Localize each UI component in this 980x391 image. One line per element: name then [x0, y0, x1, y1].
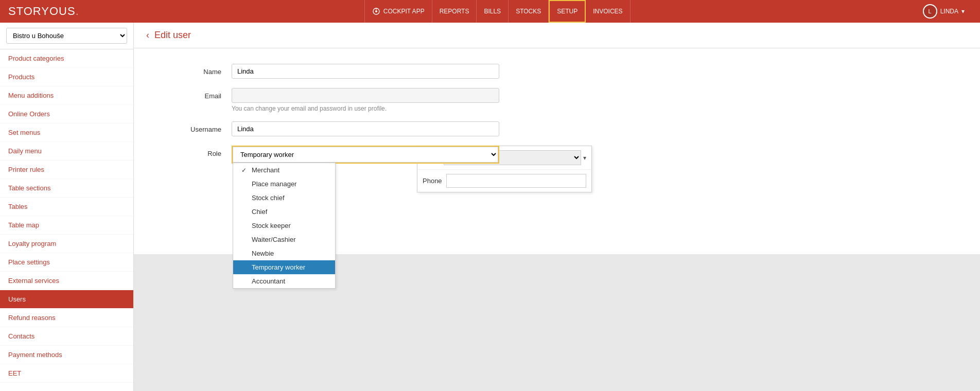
sidebar-item-menu-additions[interactable]: Menu additions: [0, 86, 133, 105]
role-field-wrapper: Merchant Place manager Stock chief Chief…: [232, 146, 499, 164]
username-label: Username: [175, 121, 232, 133]
sidebar-item-refund-reasons[interactable]: Refund reasons: [0, 309, 133, 327]
role-option-stock-keeper[interactable]: Stock keeper: [233, 219, 335, 233]
role-option-newbie[interactable]: Newbie: [233, 246, 335, 260]
main-nav: COCKPIT APP REPORTS BILLS STOCKS SETUP I…: [364, 0, 631, 23]
email-hint: You can change your email and password i…: [232, 105, 499, 112]
role-option-stock-chief[interactable]: Stock chief: [233, 191, 335, 205]
sidebar-item-place-settings[interactable]: Place settings: [0, 253, 133, 272]
main-content: ‹ Edit user Name Email You can change yo…: [134, 23, 980, 391]
name-row: Name: [175, 64, 939, 79]
role-row: Role Merchant Place manager Stock chief …: [175, 146, 939, 164]
check-icon: ✓: [241, 167, 249, 174]
phone-input[interactable]: [446, 174, 586, 188]
sidebar-item-daily-menu[interactable]: Daily menu: [0, 142, 133, 161]
nav-stocks[interactable]: STOCKS: [509, 0, 549, 23]
nav-reports[interactable]: REPORTS: [432, 0, 477, 23]
role-option-waiter-cashier[interactable]: Waiter/Cashier: [233, 233, 335, 246]
cockpit-icon: [372, 7, 380, 15]
header: STORYOUS. COCKPIT APP REPORTS BILLS STOC…: [0, 0, 980, 23]
layout: Bistro u Bohouše Product categories Prod…: [0, 23, 980, 391]
sidebar-item-table-map[interactable]: Table map: [0, 216, 133, 235]
sidebar-item-users[interactable]: Users: [0, 290, 133, 309]
sidebar-item-online-orders[interactable]: Online Orders: [0, 105, 133, 123]
nav-setup[interactable]: SETUP: [549, 0, 586, 23]
sidebar-item-product-categories[interactable]: Product categories: [0, 49, 133, 68]
role-dropdown-box: Merchant Place manager Stock chief Chief…: [232, 146, 499, 164]
sidebar-item-contacts[interactable]: Contacts: [0, 327, 133, 346]
name-label: Name: [175, 64, 232, 76]
username-input[interactable]: [232, 121, 499, 136]
name-input[interactable]: [232, 64, 499, 79]
email-label: Email: [175, 88, 232, 100]
username-field: [232, 121, 499, 136]
email-row: Email You can change your email and pass…: [175, 88, 939, 112]
venue-select[interactable]: Bistro u Bohouše: [6, 28, 127, 44]
role-option-merchant[interactable]: ✓ Merchant: [233, 163, 335, 177]
phone-row-inner: Phone: [417, 170, 591, 192]
sidebar-item-table-sections[interactable]: Table sections: [0, 179, 133, 198]
back-button[interactable]: ‹: [146, 30, 149, 41]
role-dropdown-list: ✓ Merchant Place manager Stock chief: [233, 163, 336, 289]
nav-invoices[interactable]: INVOICES: [586, 0, 630, 23]
phone-label-inner: Phone: [423, 177, 442, 185]
role-label: Role: [175, 146, 232, 157]
username-row: Username: [175, 121, 939, 136]
role-option-temporary-worker[interactable]: Temporary worker: [233, 260, 335, 274]
svg-point-1: [375, 10, 377, 12]
sidebar-item-tables[interactable]: Tables: [0, 198, 133, 216]
sidebar-item-payment-methods[interactable]: Payment methods: [0, 346, 133, 364]
avatar: L: [923, 4, 937, 19]
role-option-place-manager[interactable]: Place manager: [233, 177, 335, 191]
place-arrow: ▾: [583, 154, 586, 162]
user-menu[interactable]: L LINDA ▾: [916, 4, 972, 19]
header-right: L LINDA ▾: [916, 4, 972, 19]
nav-bills[interactable]: BILLS: [477, 0, 509, 23]
edit-user-form: Name Email You can change your email and…: [134, 48, 980, 254]
sidebar-item-set-menus[interactable]: Set menus: [0, 123, 133, 142]
sidebar-item-external-services[interactable]: External services: [0, 272, 133, 290]
email-input: [232, 88, 499, 103]
sidebar-item-loyalty-program[interactable]: Loyalty program: [0, 235, 133, 253]
logo: STORYOUS.: [8, 5, 79, 18]
sidebar-item-eet[interactable]: EET: [0, 364, 133, 383]
nav-cockpit[interactable]: COCKPIT APP: [364, 0, 432, 23]
name-field: [232, 64, 499, 79]
role-option-chief[interactable]: Chief: [233, 205, 335, 219]
sidebar-item-products[interactable]: Products: [0, 68, 133, 86]
role-select[interactable]: Merchant Place manager Stock chief Chief…: [233, 147, 498, 163]
sidebar-item-printer-rules[interactable]: Printer rules: [0, 161, 133, 179]
page-title: Edit user: [154, 30, 191, 41]
sidebar: Bistro u Bohouše Product categories Prod…: [0, 23, 134, 391]
role-option-accountant[interactable]: Accountant: [233, 274, 335, 288]
page-header: ‹ Edit user: [134, 23, 980, 48]
email-field-wrapper: You can change your email and password i…: [232, 88, 499, 112]
venue-selector[interactable]: Bistro u Bohouše: [0, 23, 133, 49]
